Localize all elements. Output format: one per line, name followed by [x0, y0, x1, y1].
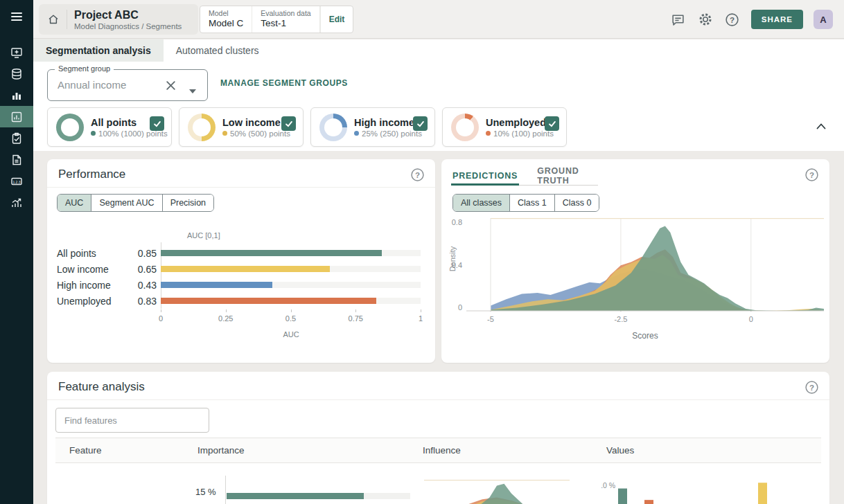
- home-button[interactable]: [43, 9, 64, 30]
- sidebar-item-trend-chart[interactable]: [0, 192, 33, 213]
- feature-table-row[interactable]: 15 % 10 %: [55, 463, 821, 504]
- auc-bar-track: [161, 298, 421, 304]
- share-button[interactable]: SHARE: [751, 10, 803, 29]
- auc-row-label: All points: [47, 248, 130, 259]
- segment-points: 25% (250) points: [362, 129, 422, 138]
- x-tick-0: 0: [737, 315, 765, 323]
- comment-icon[interactable]: [670, 11, 687, 28]
- segment-checkbox[interactable]: [413, 116, 428, 131]
- column-header-feature[interactable]: Feature: [69, 445, 102, 456]
- segment-detail: 50% (500) points: [222, 129, 290, 138]
- y-tick-0.8: 0.8: [447, 218, 462, 226]
- auc-bar: [161, 282, 272, 288]
- document-icon: [10, 154, 23, 166]
- class-button-all-classes[interactable]: All classes: [453, 195, 510, 211]
- project-block: Project ABC Model Diagnostics / Segments: [39, 4, 198, 35]
- class-button-class-0[interactable]: Class 0: [555, 195, 599, 211]
- auc-bar: [161, 266, 330, 272]
- segment-dot: [91, 131, 96, 136]
- sidebar-item-database[interactable]: [0, 63, 33, 84]
- metric-button-auc[interactable]: AUC: [58, 195, 91, 211]
- metric-button-segment-auc[interactable]: Segment AUC: [91, 195, 162, 211]
- database-icon: [10, 68, 23, 80]
- column-header-importance[interactable]: Importance: [197, 445, 245, 456]
- settings-icon[interactable]: [697, 11, 714, 28]
- evaluation-data-field: Evaluation data Test-1: [252, 6, 319, 33]
- divider: [67, 10, 67, 29]
- menu-icon[interactable]: [0, 0, 33, 33]
- values-bar: [758, 483, 767, 504]
- segment-checkbox[interactable]: [150, 116, 164, 131]
- column-header-influence[interactable]: Influence: [423, 445, 461, 456]
- monitor-add-icon: [10, 46, 23, 59]
- auc-bar-track: [161, 250, 421, 256]
- sidebar-item-chart-panel[interactable]: [0, 106, 33, 127]
- segment-name: High income: [354, 117, 422, 128]
- values-bar: [644, 500, 653, 504]
- manage-segment-groups-button[interactable]: MANAGE SEGMENT GROUPS: [220, 78, 348, 88]
- auc-row-label: High income: [47, 280, 130, 291]
- segment-group-select[interactable]: Segment group Annual income: [47, 69, 208, 101]
- sidebar-item-clipboard-check[interactable]: [0, 127, 33, 149]
- tick-label: 0.5: [277, 314, 305, 323]
- numbered-box-icon: 1.2.3: [10, 175, 23, 188]
- predictions-panel: PREDICTIONSGROUND TRUTH ? All classesCla…: [441, 159, 829, 363]
- avatar[interactable]: A: [814, 10, 833, 29]
- segment-card-unemployed[interactable]: Unemployed10% (100) points: [442, 107, 567, 147]
- model-value: Model C: [209, 18, 243, 28]
- chevron-down-icon[interactable]: [189, 84, 196, 96]
- class-button-class-1[interactable]: Class 1: [510, 195, 555, 211]
- edit-button[interactable]: Edit: [320, 6, 353, 33]
- segment-points: 50% (500) points: [230, 129, 290, 138]
- segment-name: Low income: [222, 117, 290, 128]
- find-features-input[interactable]: [55, 408, 209, 433]
- pred-tab-ground-truth[interactable]: GROUND TRUTH: [537, 166, 598, 185]
- segment-points: 10% (100) points: [493, 129, 554, 138]
- segment-group-label: Segment group: [55, 64, 114, 73]
- model-field: Model Model C: [200, 6, 252, 33]
- auc-row-high-income: High income0.43: [47, 277, 421, 293]
- tab-automated-clusters[interactable]: Automated clusters: [164, 39, 272, 62]
- segment-card-all-points[interactable]: All points100% (1000) points: [47, 107, 172, 147]
- help-icon[interactable]: ?: [724, 11, 741, 28]
- page-title: Project ABC: [74, 9, 182, 21]
- svg-text:1.2.3: 1.2.3: [12, 179, 20, 183]
- pred-tab-predictions[interactable]: PREDICTIONS: [452, 166, 518, 185]
- sidebar-item-numbered-box[interactable]: 1.2.3: [0, 170, 33, 192]
- tick-mark: [161, 309, 161, 312]
- segment-text: High income25% (250) points: [354, 117, 422, 138]
- column-header-values[interactable]: Values: [606, 445, 634, 456]
- segment-checkbox[interactable]: [545, 116, 559, 131]
- tab-segmentation-analysis[interactable]: Segmentation analysis: [33, 39, 164, 62]
- predictions-help-icon[interactable]: ?: [805, 168, 820, 183]
- auc-row-unemployed: Unemployed0.83: [47, 293, 421, 309]
- app-root: { "colors": { "accent": "#2e6e62", "side…: [0, 0, 844, 504]
- auc-rows: All points0.85Low income0.65High income0…: [47, 245, 421, 309]
- tick-mark: [291, 309, 292, 312]
- collapse-chevron-up-icon[interactable]: [811, 116, 832, 136]
- y-tick-0: 0: [447, 303, 462, 312]
- auc-row-value: 0.65: [130, 264, 157, 275]
- auc-bar-track: [161, 266, 421, 272]
- sidebar-item-monitor-add[interactable]: [0, 42, 33, 63]
- performance-help-icon[interactable]: ?: [410, 168, 425, 183]
- auc-ticks: 00.250.50.751: [47, 312, 435, 332]
- segment-card-low-income[interactable]: Low income50% (500) points: [179, 107, 304, 147]
- feature-analysis-help-icon[interactable]: ?: [805, 380, 820, 395]
- feature-table-header: FeatureImportanceInfluenceValues: [55, 438, 821, 463]
- auc-bar-track: [161, 282, 421, 288]
- segment-checkbox[interactable]: [281, 116, 296, 131]
- sidebar-item-bar-chart[interactable]: [0, 84, 33, 106]
- segment-card-high-income[interactable]: High income25% (250) points: [310, 107, 435, 147]
- metric-button-group: AUCSegment AUCPrecision: [57, 194, 214, 212]
- sidebar-item-document[interactable]: [0, 149, 33, 170]
- clear-icon[interactable]: [165, 80, 177, 91]
- importance-axis: [225, 476, 226, 504]
- segment-donut: [451, 114, 479, 141]
- values-axis-label: 10 %: [601, 481, 615, 489]
- metric-button-precision[interactable]: Precision: [163, 195, 213, 211]
- auc-row-label: Unemployed: [47, 296, 130, 307]
- density-axis-label: Density: [448, 238, 457, 280]
- project-text: Project ABC Model Diagnostics / Segments: [74, 9, 182, 30]
- predictions-tabs: PREDICTIONSGROUND TRUTH: [452, 166, 598, 186]
